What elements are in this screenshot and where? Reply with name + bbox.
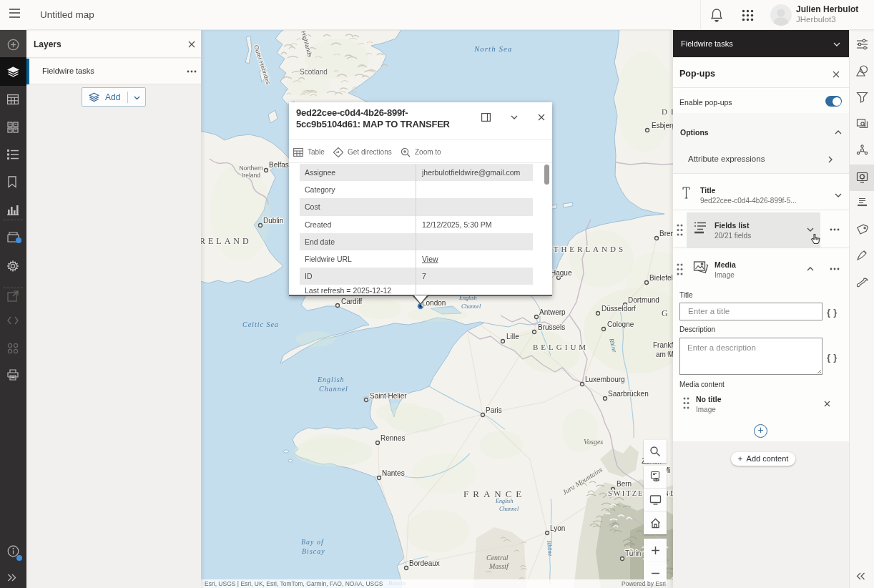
svg-text:FRANCE: FRANCE — [463, 489, 526, 499]
svg-text:Channel: Channel — [461, 303, 481, 310]
svg-text:Vosges: Vosges — [584, 438, 603, 446]
svg-text:IRELAND: IRELAND — [201, 236, 252, 246]
svg-text:Scotland: Scotland — [300, 68, 328, 76]
svg-text:Massif: Massif — [488, 562, 509, 570]
svg-text:Belfast: Belfast — [269, 161, 291, 169]
svg-text:Düsseldorf: Düsseldorf — [602, 305, 636, 313]
svg-text:Celtic Sea: Celtic Sea — [242, 320, 279, 328]
svg-text:English: English — [317, 376, 345, 383]
svg-text:BELGIUM: BELGIUM — [533, 343, 589, 351]
svg-text:Channel: Channel — [499, 506, 519, 512]
svg-text:Bordeaux: Bordeaux — [409, 559, 440, 567]
svg-text:Cardiff: Cardiff — [341, 298, 362, 305]
svg-text:Hague: Hague — [551, 269, 572, 277]
svg-text:Luxembourg: Luxembourg — [585, 376, 625, 383]
svg-text:Bay of: Bay of — [301, 538, 324, 546]
svg-text:Rhine: Rhine — [608, 337, 619, 353]
svg-text:Turin: Turin — [625, 549, 641, 557]
svg-text:Biscay: Biscay — [302, 547, 325, 555]
svg-text:Bern: Bern — [617, 480, 632, 488]
svg-text:Paris: Paris — [486, 406, 502, 414]
svg-text:Antwerp: Antwerp — [539, 308, 566, 316]
svg-text:Outer Hebrides: Outer Hebrides — [252, 44, 272, 86]
svg-text:Esbjerg: Esbjerg — [652, 122, 676, 129]
svg-text:Lyon: Lyon — [550, 524, 565, 532]
svg-text:Rhône: Rhône — [546, 539, 554, 557]
svg-text:Central: Central — [486, 554, 509, 562]
svg-text:Ireland: Ireland — [242, 172, 260, 179]
svg-text:Brussels: Brussels — [538, 323, 565, 331]
svg-text:Saarbrücken: Saarbrücken — [608, 390, 649, 398]
svg-text:Northern: Northern — [239, 165, 262, 172]
svg-text:North Sea: North Sea — [473, 44, 512, 53]
svg-text:SWITZERLAND: SWITZERLAND — [608, 489, 677, 497]
svg-text:Channel: Channel — [319, 385, 348, 393]
svg-text:Lille: Lille — [506, 333, 519, 340]
svg-text:Cologne: Cologne — [607, 320, 634, 328]
svg-text:Dortmund: Dortmund — [628, 296, 659, 304]
svg-text:English: English — [495, 498, 513, 504]
svg-text:Nantes: Nantes — [382, 469, 405, 477]
svg-text:NW Highlands: NW Highlands — [297, 30, 314, 58]
svg-text:Jura Mountains: Jura Mountains — [561, 466, 604, 496]
svg-text:Saint Helier: Saint Helier — [370, 392, 407, 400]
svg-text:Dublin: Dublin — [263, 217, 283, 225]
svg-text:Rennes: Rennes — [380, 434, 405, 442]
